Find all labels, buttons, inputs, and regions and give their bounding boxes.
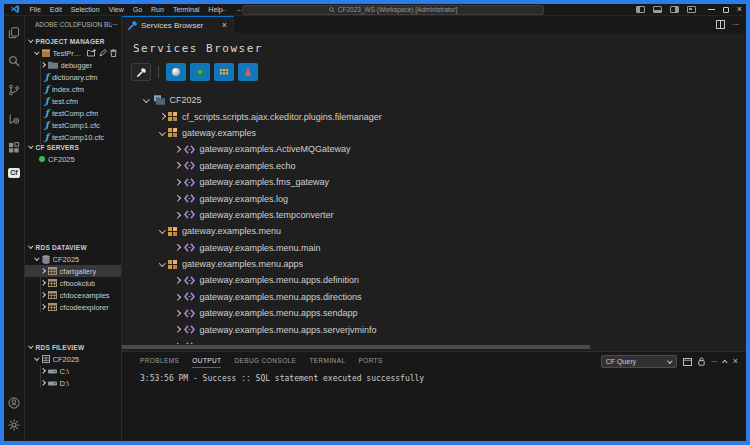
server-row[interactable]: CF2025 (25, 153, 121, 165)
project-file-row[interactable]: ƒindex.cfm (25, 83, 121, 95)
project-file-row[interactable]: debugger (25, 59, 121, 71)
output-channel-select[interactable]: CF Query (601, 355, 677, 368)
chevron-right-icon[interactable] (174, 310, 180, 316)
sidebar-more-actions-icon[interactable]: ··· (112, 20, 117, 29)
database-row[interactable]: cfartgallery (25, 265, 121, 277)
chevron-right-icon[interactable] (174, 195, 180, 201)
rds-server-row[interactable]: CF2025 (25, 253, 121, 265)
tree-row[interactable]: gateway.examples.menu.apps.serverjvminfo (122, 321, 744, 337)
gateways-filter-button[interactable] (214, 63, 234, 81)
components-filter-button[interactable] (190, 63, 210, 81)
extensions-icon[interactable] (4, 139, 24, 157)
close-tab-icon[interactable]: × (222, 21, 227, 30)
chevron-right-icon[interactable] (174, 146, 180, 152)
tree-row[interactable]: gateway.examples.ActiveMQGateway (122, 141, 744, 157)
panel-tab-problems[interactable]: PROBLEMS (140, 357, 179, 367)
lock-scroll-icon[interactable] (698, 357, 705, 366)
tree-row[interactable] (122, 338, 744, 344)
chevron-right-icon[interactable] (40, 268, 45, 273)
chevron-down-icon[interactable] (159, 129, 165, 135)
tree-row[interactable]: gateway.examples.menu.apps.sendapp (122, 305, 744, 321)
tree-row[interactable]: gateway.examples.menu (122, 223, 744, 239)
tree-row[interactable]: gateway.examples.menu.apps.definition (122, 272, 744, 288)
chevron-right-icon[interactable] (174, 294, 180, 300)
chevron-right-icon[interactable] (40, 292, 45, 297)
configure-services-button[interactable] (131, 63, 151, 81)
tree-row[interactable]: gateway.examples (122, 125, 744, 141)
tree-row[interactable]: gateway.examples.menu.main (122, 240, 744, 256)
menu-view[interactable]: View (104, 4, 128, 15)
accounts-icon[interactable] (4, 394, 24, 412)
search-view-icon[interactable] (4, 52, 24, 70)
delete-trash-icon[interactable] (110, 49, 117, 57)
tree-row[interactable]: gateway.examples.menu.apps (122, 256, 744, 272)
tree-row[interactable]: gateway.examples.log (122, 190, 744, 206)
tree-row[interactable]: cf_scripts.scripts.ajax.ckeditor.plugins… (122, 108, 744, 124)
customize-layout-icon[interactable] (687, 6, 696, 13)
coldfusion-builder-icon[interactable]: Cf (4, 164, 24, 182)
settings-gear-icon[interactable] (4, 416, 24, 434)
chevron-right-icon[interactable] (174, 277, 180, 283)
chevron-down-icon[interactable] (159, 227, 165, 233)
database-row[interactable]: cfbookclub (25, 277, 121, 289)
tree-row[interactable]: gateway.examples.tempconverter (122, 207, 744, 223)
section-header-rds-fileview[interactable]: RDS FILEVIEW (25, 341, 121, 353)
chevron-right-icon[interactable] (40, 380, 45, 385)
project-file-row[interactable]: ƒtestComp1.cfc (25, 119, 121, 131)
section-header-rds-dataview[interactable]: RDS DATAVIEW (25, 241, 121, 253)
chevron-right-icon[interactable] (40, 280, 45, 285)
split-editor-icon[interactable] (716, 20, 725, 29)
chevron-right-icon[interactable] (174, 212, 180, 218)
edit-pencil-icon[interactable] (99, 49, 107, 57)
chevron-right-icon[interactable] (174, 244, 180, 250)
tree-row[interactable]: gateway.examples.fms_gateway (122, 174, 744, 190)
chevron-right-icon[interactable] (174, 179, 180, 185)
panel-tab-terminal[interactable]: TERMINAL (309, 357, 345, 367)
section-header-project-manager[interactable]: PROJECT MANAGER (25, 35, 121, 47)
rds-file-server-row[interactable]: CF2025 (25, 353, 121, 365)
editor-more-actions-icon[interactable]: ··· (733, 20, 740, 29)
toggle-primary-sidebar-icon[interactable] (636, 6, 645, 13)
webservices-filter-button[interactable] (166, 63, 186, 81)
close-window-button[interactable]: × (737, 5, 742, 14)
project-file-row[interactable]: ƒdictionary.cfm (25, 71, 121, 83)
tab-services-browser[interactable]: Services Browser × (122, 16, 234, 33)
datasources-filter-button[interactable] (238, 63, 258, 81)
minimize-button[interactable] (708, 9, 715, 10)
menu-go[interactable]: Go (128, 4, 146, 15)
tree-row[interactable]: CF2025 (122, 92, 744, 108)
toggle-panel-icon[interactable] (653, 6, 662, 13)
chevron-right-icon[interactable] (174, 163, 180, 169)
menu-edit[interactable]: Edit (45, 4, 66, 15)
section-header-cf-servers[interactable]: CF SERVERS (25, 141, 121, 153)
menu-run[interactable]: Run (147, 4, 169, 15)
back-arrow-icon[interactable]: ← (220, 5, 228, 14)
project-file-row[interactable]: ƒtestComp.cfm (25, 107, 121, 119)
chevron-right-icon[interactable] (159, 113, 165, 119)
chevron-right-icon[interactable] (174, 343, 180, 344)
chevron-right-icon[interactable] (174, 326, 180, 332)
explorer-icon[interactable] (4, 24, 24, 42)
chevron-right-icon[interactable] (40, 62, 45, 67)
command-center-search[interactable]: CF2023_WS (Workspace) [Administrator] (242, 5, 544, 15)
maximize-panel-icon[interactable] (722, 360, 727, 365)
source-control-icon[interactable] (4, 81, 24, 99)
output-window-icon[interactable] (683, 358, 692, 366)
menu-file[interactable]: File (25, 4, 45, 15)
panel-tab-ports[interactable]: PORTS (358, 357, 382, 367)
chevron-right-icon[interactable] (40, 304, 45, 309)
project-row[interactable]: TestProject (25, 47, 121, 59)
drive-row[interactable]: D:\ (25, 377, 121, 389)
chevron-right-icon[interactable] (40, 368, 45, 373)
tree-row[interactable]: gateway.examples.echo (122, 158, 744, 174)
panel-tab-debug-console[interactable]: DEBUG CONSOLE (234, 357, 296, 367)
chevron-down-icon[interactable] (143, 96, 149, 102)
panel-tab-output[interactable]: OUTPUT (192, 357, 221, 368)
menu-selection[interactable]: Selection (66, 4, 104, 15)
menu-terminal[interactable]: Terminal (168, 4, 203, 15)
new-folder-icon[interactable] (87, 49, 96, 57)
restore-button[interactable] (723, 7, 729, 13)
run-debug-icon[interactable] (4, 110, 24, 128)
panel-more-actions-icon[interactable]: ··· (711, 357, 718, 366)
toggle-secondary-sidebar-icon[interactable] (670, 6, 679, 13)
